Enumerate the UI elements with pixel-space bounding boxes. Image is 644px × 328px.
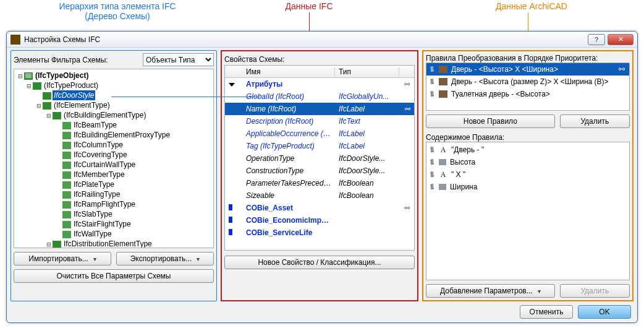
schema-tree[interactable]: ⊟(IfcTypeObject)⊟(IfcTypeProduct)IfcDoor… [14, 69, 214, 248]
rule-content-row[interactable]: ⥮Ширина [426, 181, 629, 193]
property-row[interactable]: OperationTypeIfcDoorStyle... [225, 152, 414, 165]
property-row[interactable]: ConstructionTypeIfcDoorStyle... [225, 165, 414, 177]
dialog-window: Настройка Схемы IFC ? ✕ Элементы Фильтра… [6, 31, 638, 323]
property-row[interactable]: SizeableIfcBoolean [225, 189, 414, 202]
annotation-archicad-data: Данные ArchiCAD [470, 1, 593, 11]
tree-label: IfcSlabType [72, 209, 114, 219]
drag-handle-icon[interactable]: ⥮ [429, 90, 435, 98]
tree-node[interactable]: IfcRailingType [14, 189, 213, 199]
tree-label: IfcPlateType [72, 179, 116, 189]
rule-row[interactable]: ⥮Дверь - <Высота> X <Ширина>⚯ [426, 63, 629, 76]
tree-node[interactable]: ⊟(IfcBuildingElementType) [14, 110, 213, 120]
tree-node[interactable]: IfcCurtainWallType [14, 160, 213, 170]
tree-icon [62, 122, 71, 129]
tree-icon [62, 201, 71, 209]
tree-icon [62, 211, 71, 218]
tree-label: IfcDoorStyle [53, 90, 95, 100]
text-icon: A [439, 170, 447, 179]
tree-icon [33, 82, 41, 90]
filter-dropdown[interactable]: Объекты Типа [143, 53, 214, 66]
tree-label: IfcBuildingElementProxyType [72, 130, 171, 140]
annotation-ifc-data: Данные IFC [247, 1, 371, 11]
door-icon [439, 78, 447, 85]
export-button[interactable]: Экспортировать... [116, 252, 214, 265]
property-row[interactable]: ParameterTakesPrecedenceIfcBoolean [225, 177, 414, 189]
tree-label: (IfcTypeProduct) [43, 80, 100, 90]
property-row[interactable]: COBie_EconomicImpactVa... [225, 214, 414, 227]
tree-node[interactable]: IfcColumnType [14, 140, 213, 150]
property-row[interactable]: ApplicableOccurrence (IfcTyp...IfcLabel [225, 127, 414, 140]
tree-node[interactable]: ⊟(IfcElementType) [14, 100, 213, 110]
schema-props-header: Имя Тип [225, 66, 414, 78]
tree-label: IfcCoveringType [72, 150, 129, 160]
schema-props-label: Свойства Схемы: [224, 54, 415, 65]
rule-content-row[interactable]: ⥮A" X " [426, 168, 629, 181]
tree-node[interactable]: IfcWallType [14, 229, 213, 239]
tree-label: IfcBeamType [72, 120, 118, 130]
drag-handle-icon[interactable]: ⥮ [429, 65, 435, 74]
property-row[interactable]: GlobalId (IfcRoot)IfcGloballyUn... [225, 90, 414, 103]
app-icon [11, 35, 20, 45]
tree-icon [62, 132, 71, 139]
property-row[interactable]: COBie_Asset⚯ [225, 202, 414, 214]
tree-icon [62, 181, 71, 189]
tree-icon [62, 171, 71, 179]
tree-node[interactable]: IfcBuildingElementProxyType [14, 130, 213, 140]
rule-row[interactable]: ⥮Дверь - <Высота (размер Z)> X <Ширина (… [426, 76, 629, 88]
rule-row[interactable]: ⥮Туалетная дверь - <Высота> [426, 88, 629, 100]
param-icon [439, 184, 446, 190]
tree-icon [62, 191, 71, 199]
help-button[interactable]: ? [588, 34, 605, 45]
rule-content-row[interactable]: ⥮A"Дверь - " [426, 144, 629, 156]
rule-content-label: Содержимое Правила: [426, 133, 630, 142]
door-icon [439, 90, 447, 98]
property-row[interactable]: Tag (IfcTypeProduct)IfcLabel [225, 140, 414, 152]
clear-all-button[interactable]: Очистить Все Параметры Схемы [14, 269, 214, 283]
rule-content-list[interactable]: ⥮A"Дверь - "⥮Высота⥮A" X "⥮Ширина [426, 142, 630, 280]
new-rule-button[interactable]: Новое Правило [426, 114, 555, 128]
tree-label: IfcRampFlightType [72, 199, 137, 209]
middle-pane: Свойства Схемы: Имя Тип Атрибуты⚯GlobalI… [221, 50, 418, 301]
annotation-hierarchy: Иерархия типа элемента IFC (Дерево Схемы… [37, 1, 198, 21]
tree-node[interactable]: IfcRampFlightType [14, 199, 213, 209]
tree-node[interactable]: ⊟(IfcTypeProduct) [14, 80, 213, 90]
tree-label: (IfcTypeObject) [34, 71, 90, 80]
tree-icon [53, 112, 61, 119]
property-row[interactable]: COBie_ServiceLife [225, 227, 414, 239]
tree-label: (IfcElementType) [53, 100, 111, 110]
rules-list[interactable]: ⥮Дверь - <Высота> X <Ширина>⚯⥮Дверь - <В… [426, 63, 630, 111]
tree-node[interactable]: IfcCoveringType [14, 150, 213, 160]
delete-rule-button[interactable]: Удалить [560, 114, 630, 128]
schema-props-list[interactable]: Имя Тип Атрибуты⚯GlobalId (IfcRoot)IfcGl… [224, 65, 415, 251]
new-property-button[interactable]: Новое Свойство / Классификация... [224, 256, 415, 269]
import-button[interactable]: Импортировать... [14, 252, 111, 265]
tree-label: IfcCurtainWallType [72, 160, 137, 170]
tree-node[interactable]: IfcMemberType [14, 170, 213, 179]
tree-node[interactable]: IfcPlateType [14, 179, 213, 189]
tree-node[interactable]: IfcSlabType [14, 209, 213, 219]
property-row[interactable]: Атрибуты⚯ [225, 78, 414, 90]
tree-icon [62, 152, 71, 159]
rule-content-row[interactable]: ⥮Высота [426, 156, 629, 168]
property-row[interactable]: Description (IfcRoot)IfcText [225, 115, 414, 127]
tree-label: (IfcBuildingElementType) [62, 110, 147, 120]
add-params-button[interactable]: Добавление Параметров... [426, 284, 555, 298]
tree-label: IfcDistributionElementType [62, 239, 153, 248]
tree-node[interactable]: IfcDoorStyle [14, 90, 213, 100]
property-row[interactable]: Name (IfcRoot)IfcLabel⚯ [225, 103, 414, 115]
tree-icon [62, 231, 71, 238]
window-title: Настройка Схемы IFC [24, 35, 588, 44]
delete-param-button[interactable]: Удалить [560, 284, 630, 298]
tree-icon [53, 241, 61, 248]
ok-button[interactable]: OK [578, 305, 631, 319]
cancel-button[interactable]: Отменить [520, 305, 573, 319]
titlebar[interactable]: Настройка Схемы IFC ? ✕ [7, 32, 637, 48]
tree-node[interactable]: ⊟(IfcTypeObject) [14, 71, 213, 80]
close-button[interactable]: ✕ [608, 34, 633, 45]
tree-node[interactable]: IfcStairFlightType [14, 219, 213, 229]
tree-node[interactable]: IfcBeamType [14, 120, 213, 130]
tree-node[interactable]: ⊟IfcDistributionElementType [14, 239, 213, 248]
tree-icon [62, 142, 71, 149]
tree-label: IfcStairFlightType [72, 219, 132, 229]
drag-handle-icon[interactable]: ⥮ [429, 77, 435, 86]
